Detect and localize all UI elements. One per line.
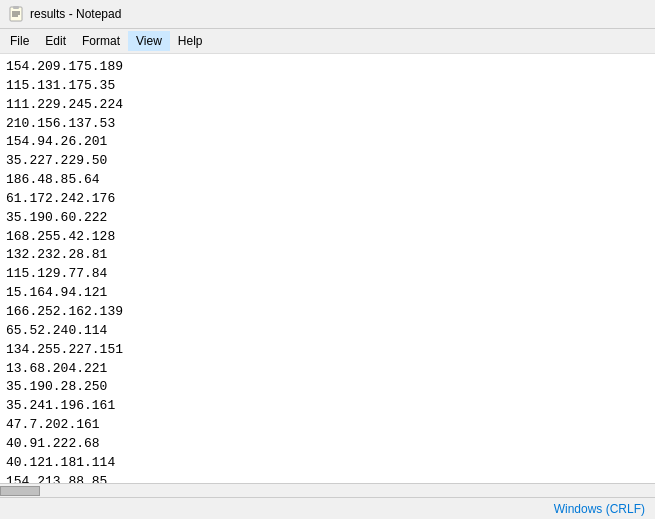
- menu-view[interactable]: View: [128, 31, 170, 51]
- editor-content: 154.209.175.189 115.131.175.35 111.229.2…: [6, 58, 649, 483]
- svg-rect-1: [13, 6, 19, 9]
- scrollbar-track[interactable]: [0, 484, 655, 497]
- horizontal-scrollbar[interactable]: [0, 483, 655, 497]
- window-title: results - Notepad: [30, 7, 121, 21]
- menu-bar: File Edit Format View Help: [0, 29, 655, 54]
- encoding-status: Windows (CRLF): [554, 502, 645, 516]
- notepad-icon: [8, 6, 24, 22]
- menu-help[interactable]: Help: [170, 31, 211, 51]
- editor-area[interactable]: 154.209.175.189 115.131.175.35 111.229.2…: [0, 54, 655, 483]
- menu-format[interactable]: Format: [74, 31, 128, 51]
- scrollbar-thumb[interactable]: [0, 486, 40, 496]
- menu-edit[interactable]: Edit: [37, 31, 74, 51]
- menu-file[interactable]: File: [2, 31, 37, 51]
- title-bar: results - Notepad: [0, 0, 655, 29]
- status-bar: Windows (CRLF): [0, 497, 655, 519]
